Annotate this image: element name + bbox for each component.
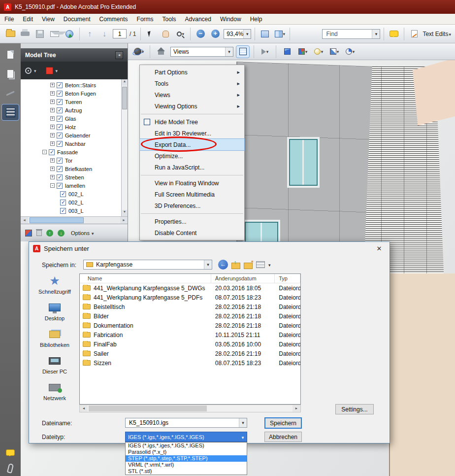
menu-view[interactable]: View xyxy=(37,14,59,24)
chevron-down-icon[interactable] xyxy=(372,30,380,38)
settings-button[interactable]: Settings... xyxy=(335,404,374,414)
text-edits-label[interactable]: Text Edits xyxy=(422,31,451,37)
save-button[interactable] xyxy=(33,28,46,40)
menu-item-run-a-javascript[interactable]: Run a JavaScript... xyxy=(140,162,244,173)
background-color-button[interactable] xyxy=(328,46,341,58)
menu-edit[interactable]: Edit xyxy=(18,14,37,24)
scroll-right-arrow[interactable] xyxy=(292,405,300,412)
rotate-tool-button[interactable] xyxy=(132,46,145,58)
filetype-option-parasolid[interactable]: Parasolid (*.x_t) xyxy=(126,449,247,455)
close-icon[interactable] xyxy=(373,244,386,254)
default-view-button[interactable] xyxy=(155,46,167,58)
checkbox[interactable] xyxy=(57,141,63,147)
tree-item[interactable]: 003_L xyxy=(21,206,121,215)
menu-item-hide-model-tree[interactable]: Hide Model Tree xyxy=(140,116,244,128)
toggle-model-tree-button[interactable] xyxy=(236,46,249,58)
checkbox[interactable] xyxy=(57,107,63,113)
menu-item-disable-content[interactable]: Disable Content xyxy=(140,227,244,238)
expander-icon[interactable]: - xyxy=(42,150,47,154)
menu-item-optimize[interactable]: Optimize... xyxy=(140,150,244,162)
place-network[interactable]: Netzwerk xyxy=(43,381,66,401)
scroll-down-arrow[interactable] xyxy=(122,210,128,216)
expander-icon[interactable]: - xyxy=(50,183,55,188)
filetype-option-step[interactable]: STEP (*.stp,*.step,*.STP,*.STEP) xyxy=(126,455,247,462)
signatures-panel-button[interactable] xyxy=(2,85,19,101)
menu-advanced[interactable]: Advanced xyxy=(181,14,216,24)
vertical-scrollbar[interactable] xyxy=(121,79,128,216)
column-header-type[interactable]: Typ xyxy=(275,274,300,283)
scrollbar-thumb[interactable] xyxy=(89,406,207,411)
checkbox[interactable] xyxy=(57,183,63,189)
file-row[interactable]: 441_Werkplanung Karpfengasse 5_PDFs08.07… xyxy=(80,293,300,302)
tree-item[interactable]: +Holz xyxy=(21,123,121,131)
tree-item[interactable]: +Aufzug xyxy=(21,106,121,114)
attachments-panel-icon[interactable] xyxy=(7,463,14,474)
gear-icon[interactable] xyxy=(25,68,32,74)
collapse-panel-button[interactable] xyxy=(115,51,123,59)
open-button[interactable] xyxy=(4,28,17,40)
chevron-down-icon[interactable] xyxy=(225,47,233,56)
new-folder-icon[interactable] xyxy=(244,263,253,269)
location-combo[interactable]: Karpfengasse xyxy=(83,260,212,270)
filetype-option-stl[interactable]: STL (*.stl) xyxy=(126,468,247,475)
up-one-level-icon[interactable] xyxy=(231,263,240,269)
menu-comments[interactable]: Comments xyxy=(95,14,132,24)
menu-item-export-data[interactable]: Export Data... xyxy=(140,139,244,150)
expander-icon[interactable]: + xyxy=(50,83,55,87)
place-this-pc[interactable]: Dieser PC xyxy=(42,354,67,374)
model-tree-panel-button[interactable] xyxy=(2,104,19,120)
expander-icon[interactable]: + xyxy=(50,158,55,163)
3d-part-icon[interactable] xyxy=(25,230,32,237)
checkbox[interactable] xyxy=(57,91,63,97)
tree-item[interactable]: -lamellen xyxy=(21,181,121,190)
menu-item-properties[interactable]: Properties... xyxy=(140,216,244,227)
checkbox[interactable] xyxy=(57,174,63,180)
menu-item-full-screen-multimedia[interactable]: Full Screen Multimedia xyxy=(140,189,244,200)
trash-icon[interactable] xyxy=(36,230,42,236)
checkbox[interactable] xyxy=(60,200,66,205)
expander-icon[interactable]: + xyxy=(50,175,55,179)
print-button[interactable] xyxy=(19,28,32,40)
back-icon[interactable] xyxy=(218,260,228,270)
zoom-in-button[interactable] xyxy=(209,28,222,40)
checkbox[interactable] xyxy=(57,124,63,130)
cross-section-button[interactable] xyxy=(344,46,357,58)
tree-item[interactable]: +Streben xyxy=(21,173,121,181)
expander-icon[interactable]: + xyxy=(50,141,55,146)
options-menu-button[interactable]: Options xyxy=(71,230,95,236)
menu-forms[interactable]: Forms xyxy=(132,14,158,24)
menu-item-3d-preferences[interactable]: 3D Preferences... xyxy=(140,200,244,211)
expander-icon[interactable]: + xyxy=(50,133,55,137)
cancel-button[interactable]: Abbrechen xyxy=(264,432,302,442)
scroll-left-arrow[interactable] xyxy=(21,217,28,224)
tree-item[interactable]: +Tueren xyxy=(21,98,121,106)
find-input[interactable] xyxy=(325,30,367,38)
render-mode-button[interactable] xyxy=(296,46,309,58)
column-header-name[interactable]: Name xyxy=(80,274,211,283)
menu-item-views[interactable]: Views xyxy=(140,89,244,101)
column-header-date[interactable]: Änderungsdatum xyxy=(211,274,275,283)
select-tool-button[interactable] xyxy=(144,28,157,40)
hand-tool-button[interactable] xyxy=(159,28,172,40)
move-up-icon[interactable] xyxy=(46,230,53,237)
checkbox[interactable] xyxy=(60,191,66,197)
comment-button[interactable] xyxy=(388,28,400,40)
chevron-down-icon[interactable] xyxy=(56,67,58,74)
file-row[interactable]: Dokumentation28.02.2016 21:18Dateiordn xyxy=(80,321,300,330)
filetype-combo[interactable]: IGES (*.igs,*.iges,*.IGS,*.IGES) xyxy=(125,432,247,442)
checkbox[interactable] xyxy=(57,82,63,88)
file-row[interactable]: Sailer28.02.2016 21:19Dateiordn xyxy=(80,349,300,358)
checkbox[interactable] xyxy=(57,133,63,138)
scroll-left-arrow[interactable] xyxy=(80,405,88,412)
menu-item-view-in-floating-window[interactable]: View in Floating Window xyxy=(140,177,244,189)
views-combo[interactable]: Views xyxy=(170,47,233,57)
page-layout-button[interactable] xyxy=(273,28,286,40)
lighting-button[interactable] xyxy=(312,46,325,58)
pages-panel-button[interactable] xyxy=(2,47,19,63)
menu-item-tools[interactable]: Tools xyxy=(140,78,244,89)
checkbox[interactable] xyxy=(57,166,63,172)
menu-item-part-options[interactable]: Part Options xyxy=(140,67,244,78)
file-list-horizontal-scrollbar[interactable] xyxy=(79,405,301,412)
place-quick-access[interactable]: Schnellzugriff xyxy=(38,274,71,295)
horizontal-scrollbar[interactable] xyxy=(21,216,128,224)
